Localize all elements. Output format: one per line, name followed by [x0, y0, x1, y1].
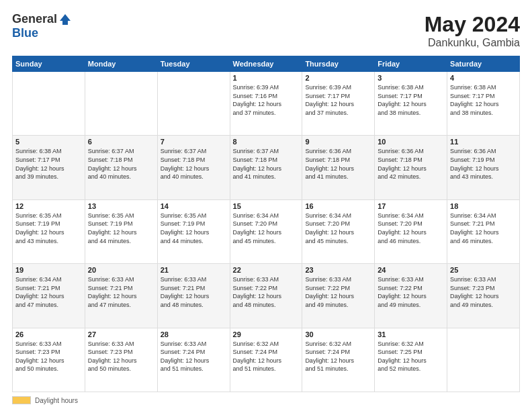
calendar-cell: 2Sunrise: 6:39 AMSunset: 7:17 PMDaylight…: [302, 72, 375, 136]
day-number: 30: [305, 330, 371, 338]
calendar-cell: 26Sunrise: 6:33 AMSunset: 7:23 PMDayligh…: [13, 328, 85, 392]
day-info: Sunrise: 6:33 AMSunset: 7:21 PMDaylight:…: [161, 276, 210, 308]
calendar-header-row: Sunday Monday Tuesday Wednesday Thursday…: [13, 56, 520, 72]
calendar-cell: 7Sunrise: 6:37 AMSunset: 7:18 PMDaylight…: [157, 136, 230, 199]
day-number: 16: [305, 202, 371, 210]
calendar-cell: [157, 72, 230, 136]
daylight-swatch: [12, 396, 31, 404]
col-monday: Monday: [85, 56, 157, 72]
calendar-cell: 11Sunrise: 6:36 AMSunset: 7:19 PMDayligh…: [447, 136, 520, 199]
day-info: Sunrise: 6:32 AMSunset: 7:24 PMDaylight:…: [233, 340, 282, 373]
col-wednesday: Wednesday: [230, 56, 302, 72]
day-number: 5: [15, 138, 82, 146]
day-number: 6: [88, 138, 154, 146]
day-info: Sunrise: 6:34 AMSunset: 7:20 PMDaylight:…: [305, 212, 354, 244]
day-number: 18: [450, 202, 517, 210]
day-info: Sunrise: 6:32 AMSunset: 7:25 PMDaylight:…: [378, 340, 427, 373]
col-thursday: Thursday: [302, 56, 375, 72]
calendar-cell: 15Sunrise: 6:34 AMSunset: 7:20 PMDayligh…: [230, 199, 302, 263]
day-info: Sunrise: 6:36 AMSunset: 7:19 PMDaylight:…: [450, 148, 499, 180]
day-info: Sunrise: 6:34 AMSunset: 7:20 PMDaylight:…: [378, 212, 427, 244]
day-number: 7: [161, 138, 227, 146]
day-number: 27: [88, 330, 154, 338]
day-number: 25: [450, 266, 517, 274]
day-number: 12: [15, 202, 82, 210]
calendar-cell: 3Sunrise: 6:38 AMSunset: 7:17 PMDaylight…: [375, 72, 447, 136]
calendar-cell: 29Sunrise: 6:32 AMSunset: 7:24 PMDayligh…: [230, 328, 302, 392]
day-number: 28: [161, 330, 227, 338]
calendar-cell: 6Sunrise: 6:37 AMSunset: 7:18 PMDaylight…: [85, 136, 157, 199]
footer: Daylight hours: [12, 396, 520, 404]
calendar-cell: 25Sunrise: 6:33 AMSunset: 7:23 PMDayligh…: [447, 264, 520, 328]
day-info: Sunrise: 6:38 AMSunset: 7:17 PMDaylight:…: [378, 84, 427, 116]
calendar-table: Sunday Monday Tuesday Wednesday Thursday…: [12, 56, 520, 392]
calendar-week-3: 12Sunrise: 6:35 AMSunset: 7:19 PMDayligh…: [13, 199, 520, 263]
calendar-cell: 8Sunrise: 6:37 AMSunset: 7:18 PMDaylight…: [230, 136, 302, 199]
day-number: 21: [161, 266, 227, 274]
day-number: 14: [161, 202, 227, 210]
day-number: 31: [378, 330, 444, 338]
day-info: Sunrise: 6:33 AMSunset: 7:22 PMDaylight:…: [378, 276, 427, 308]
day-info: Sunrise: 6:33 AMSunset: 7:23 PMDaylight:…: [88, 340, 137, 373]
day-info: Sunrise: 6:33 AMSunset: 7:24 PMDaylight:…: [161, 340, 210, 373]
col-tuesday: Tuesday: [157, 56, 230, 72]
day-info: Sunrise: 6:37 AMSunset: 7:18 PMDaylight:…: [161, 148, 210, 180]
title-month: May 2024: [425, 12, 520, 37]
day-info: Sunrise: 6:35 AMSunset: 7:19 PMDaylight:…: [15, 212, 64, 244]
day-info: Sunrise: 6:32 AMSunset: 7:24 PMDaylight:…: [305, 340, 354, 373]
calendar-week-4: 19Sunrise: 6:34 AMSunset: 7:21 PMDayligh…: [13, 264, 520, 328]
day-number: 29: [233, 330, 300, 338]
day-number: 1: [233, 74, 300, 82]
calendar-cell: 5Sunrise: 6:38 AMSunset: 7:17 PMDaylight…: [13, 136, 85, 199]
day-number: 15: [233, 202, 300, 210]
calendar-cell: 23Sunrise: 6:33 AMSunset: 7:22 PMDayligh…: [302, 264, 375, 328]
calendar-cell: 22Sunrise: 6:33 AMSunset: 7:22 PMDayligh…: [230, 264, 302, 328]
calendar-cell: 20Sunrise: 6:33 AMSunset: 7:21 PMDayligh…: [85, 264, 157, 328]
day-info: Sunrise: 6:36 AMSunset: 7:18 PMDaylight:…: [305, 148, 354, 180]
day-info: Sunrise: 6:36 AMSunset: 7:18 PMDaylight:…: [378, 148, 427, 180]
calendar-cell: 18Sunrise: 6:34 AMSunset: 7:21 PMDayligh…: [447, 199, 520, 263]
logo-icon: [58, 13, 72, 26]
col-sunday: Sunday: [13, 56, 85, 72]
logo-general-text: General: [12, 12, 57, 26]
day-number: 13: [88, 202, 154, 210]
calendar-cell: 4Sunrise: 6:38 AMSunset: 7:17 PMDaylight…: [447, 72, 520, 136]
day-number: 9: [305, 138, 371, 146]
calendar-week-5: 26Sunrise: 6:33 AMSunset: 7:23 PMDayligh…: [13, 328, 520, 392]
calendar-cell: 28Sunrise: 6:33 AMSunset: 7:24 PMDayligh…: [157, 328, 230, 392]
day-number: 23: [305, 266, 371, 274]
header: General Blue May 2024 Dankunku, Gambia: [12, 12, 520, 49]
day-info: Sunrise: 6:33 AMSunset: 7:23 PMDaylight:…: [15, 340, 64, 373]
day-number: 19: [15, 266, 82, 274]
day-number: 22: [233, 266, 300, 274]
day-number: 10: [378, 138, 444, 146]
day-number: 26: [15, 330, 82, 338]
day-info: Sunrise: 6:38 AMSunset: 7:17 PMDaylight:…: [15, 148, 64, 180]
day-info: Sunrise: 6:33 AMSunset: 7:22 PMDaylight:…: [305, 276, 354, 308]
svg-marker-0: [60, 14, 71, 25]
calendar-week-1: 1Sunrise: 6:39 AMSunset: 7:16 PMDaylight…: [13, 72, 520, 136]
calendar-cell: 13Sunrise: 6:35 AMSunset: 7:19 PMDayligh…: [85, 199, 157, 263]
footer-label: Daylight hours: [35, 397, 78, 404]
calendar-week-2: 5Sunrise: 6:38 AMSunset: 7:17 PMDaylight…: [13, 136, 520, 199]
col-saturday: Saturday: [447, 56, 520, 72]
day-info: Sunrise: 6:34 AMSunset: 7:21 PMDaylight:…: [15, 276, 64, 308]
calendar-cell: 1Sunrise: 6:39 AMSunset: 7:16 PMDaylight…: [230, 72, 302, 136]
calendar-cell: [85, 72, 157, 136]
day-number: 3: [378, 74, 444, 82]
calendar-cell: 14Sunrise: 6:35 AMSunset: 7:19 PMDayligh…: [157, 199, 230, 263]
calendar-cell: 10Sunrise: 6:36 AMSunset: 7:18 PMDayligh…: [375, 136, 447, 199]
day-info: Sunrise: 6:37 AMSunset: 7:18 PMDaylight:…: [88, 148, 137, 180]
calendar-cell: [447, 328, 520, 392]
calendar-cell: 19Sunrise: 6:34 AMSunset: 7:21 PMDayligh…: [13, 264, 85, 328]
day-number: 17: [378, 202, 444, 210]
day-number: 4: [450, 74, 517, 82]
calendar-cell: 27Sunrise: 6:33 AMSunset: 7:23 PMDayligh…: [85, 328, 157, 392]
day-info: Sunrise: 6:35 AMSunset: 7:19 PMDaylight:…: [88, 212, 137, 244]
day-info: Sunrise: 6:39 AMSunset: 7:16 PMDaylight:…: [233, 84, 282, 116]
col-friday: Friday: [375, 56, 447, 72]
day-number: 2: [305, 74, 371, 82]
day-info: Sunrise: 6:33 AMSunset: 7:21 PMDaylight:…: [88, 276, 137, 308]
calendar-cell: 31Sunrise: 6:32 AMSunset: 7:25 PMDayligh…: [375, 328, 447, 392]
day-info: Sunrise: 6:39 AMSunset: 7:17 PMDaylight:…: [305, 84, 354, 116]
